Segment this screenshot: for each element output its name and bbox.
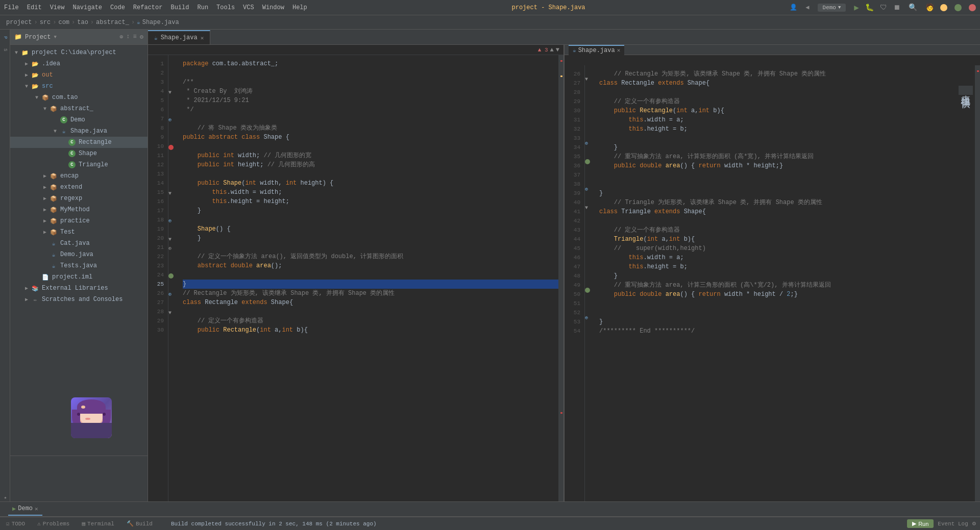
tree-item-idea[interactable]: ▶ 📂 .idea bbox=[10, 58, 148, 69]
breakpoint-9[interactable] bbox=[168, 145, 174, 150]
rfold-27[interactable]: ▼ bbox=[585, 77, 588, 82]
tree-arrow-abstract[interactable]: ▼ bbox=[41, 106, 49, 112]
menu-help[interactable]: Help bbox=[292, 4, 307, 11]
tree-arrow-project[interactable]: ▼ bbox=[12, 50, 20, 56]
editor-scroll-left[interactable]: 1 2 3 4 5 6 7 8 9 10 11 12 13 14 bbox=[148, 55, 564, 501]
tree-arrow-encap[interactable]: ▶ bbox=[41, 173, 49, 179]
code-content-right[interactable]: // Rectangle 为矩形类, 该类继承 Shape 类, 并拥有 Sha… bbox=[595, 65, 975, 501]
structure-icon[interactable]: S bbox=[1, 46, 9, 54]
tree-arrow-mymethod[interactable]: ▶ bbox=[41, 207, 49, 213]
menu-navigate[interactable]: Navigate bbox=[72, 4, 102, 11]
tree-item-mymethod[interactable]: ▶ 📦 MyMethod bbox=[10, 204, 148, 215]
project-dropdown-arrow[interactable]: ▼ bbox=[54, 35, 56, 40]
stop-button[interactable]: ⏹ bbox=[893, 4, 900, 12]
coverage-button[interactable]: 🛡 bbox=[880, 4, 887, 12]
tree-arrow-scratches[interactable]: ▶ bbox=[22, 296, 31, 302]
menu-view[interactable]: View bbox=[50, 4, 65, 11]
fold-27[interactable]: ▼ bbox=[168, 310, 172, 316]
collapse-icon[interactable]: ≡ bbox=[133, 33, 137, 41]
run-tab-demo[interactable]: ▶ Demo ✕ bbox=[8, 503, 42, 516]
right-tab-active[interactable]: ☕ Shape.java ✕ bbox=[569, 45, 624, 55]
run-button-bottom[interactable]: ▶ Run bbox=[907, 519, 934, 528]
tree-item-cat[interactable]: ☕ Cat.java bbox=[10, 238, 148, 249]
tree-arrow-regexp[interactable]: ▶ bbox=[41, 195, 49, 201]
tree-item-demo[interactable]: C Demo bbox=[10, 114, 148, 125]
bottom-tab-terminal[interactable]: ▤ Terminal bbox=[80, 518, 116, 529]
rbreakpoint-green-50[interactable] bbox=[585, 288, 590, 293]
tree-arrow-idea[interactable]: ▶ bbox=[22, 61, 31, 67]
fold-20[interactable]: ⊕ bbox=[168, 245, 172, 251]
right-tab-close[interactable]: ✕ bbox=[617, 47, 621, 54]
menu-code[interactable]: Code bbox=[110, 4, 125, 11]
tree-arrow-ext-lib[interactable]: ▶ bbox=[22, 285, 31, 291]
fold-14[interactable]: ▼ bbox=[168, 191, 172, 196]
tree-item-extend[interactable]: ▶ 📦 extend bbox=[10, 182, 148, 193]
menu-file[interactable]: File bbox=[4, 4, 19, 11]
scrollbar-right[interactable] bbox=[975, 65, 980, 501]
tab-shape-java-left[interactable]: ☕ Shape.java ✕ bbox=[148, 30, 210, 44]
scrollbar-left[interactable] bbox=[558, 55, 564, 501]
bottom-tab-build[interactable]: 🔨 Build bbox=[125, 518, 155, 529]
locate-icon[interactable]: ⊕ bbox=[119, 33, 123, 41]
search-button[interactable]: 🔍 bbox=[909, 3, 917, 12]
menu-build[interactable]: Build bbox=[170, 4, 189, 11]
menu-window[interactable]: Window bbox=[262, 4, 284, 11]
event-log-label[interactable]: Event Log bbox=[938, 521, 968, 527]
tree-item-regexp[interactable]: ▶ 📦 regexp bbox=[10, 193, 148, 204]
back-icon[interactable]: ◀ bbox=[805, 4, 809, 11]
menu-refactor[interactable]: Refactor bbox=[133, 4, 163, 11]
menu-vcs[interactable]: VCS bbox=[243, 4, 254, 11]
nav-down-left[interactable]: ▼ bbox=[556, 46, 559, 54]
menu-bar[interactable]: File Edit View Navigate Code Refactor Bu… bbox=[4, 4, 307, 11]
user-icon[interactable]: 👤 bbox=[790, 4, 797, 11]
breakpoint-green-23[interactable] bbox=[168, 273, 174, 279]
tree-item-abstract[interactable]: ▼ 📦 abstract_ bbox=[10, 103, 148, 114]
tree-item-tests-java[interactable]: ☕ Tests.java bbox=[10, 260, 148, 271]
breadcrumb-file[interactable]: ☕ Shape.java bbox=[137, 19, 179, 26]
breadcrumb-src[interactable]: src bbox=[40, 19, 51, 26]
settings-icon[interactable]: ⚙ bbox=[140, 33, 143, 41]
tree-arrow-shape-java[interactable]: ▼ bbox=[51, 129, 59, 134]
tree-item-rectangle[interactable]: C Rectangle bbox=[10, 137, 148, 148]
bottom-tab-todo[interactable]: ☑ TODO bbox=[4, 518, 27, 529]
tree-arrow-extend[interactable]: ▶ bbox=[41, 184, 49, 190]
rfold-41[interactable]: ▼ bbox=[585, 205, 588, 211]
run-button[interactable]: ▶ bbox=[854, 3, 859, 13]
project-icon[interactable]: P bbox=[1, 34, 9, 42]
close-button[interactable] bbox=[969, 4, 976, 11]
nav-up-left[interactable]: ▲ bbox=[550, 46, 554, 54]
tree-item-src[interactable]: ▼ 📂 src bbox=[10, 81, 148, 92]
user-avatar[interactable]: 🧑 bbox=[925, 3, 934, 12]
tree-item-project-iml[interactable]: 📄 project.iml bbox=[10, 271, 148, 283]
tree-item-project[interactable]: ▼ 📁 project C:\idea\project bbox=[10, 47, 148, 58]
menu-tools[interactable]: Tools bbox=[216, 4, 235, 11]
maximize-button[interactable] bbox=[954, 4, 962, 11]
tree-item-shape[interactable]: C Shape bbox=[10, 148, 148, 159]
tab-close-left[interactable]: ✕ bbox=[201, 35, 204, 41]
tree-item-test[interactable]: ▶ 📦 Test bbox=[10, 226, 148, 238]
tree-item-triangle[interactable]: C Triangle bbox=[10, 159, 148, 170]
fold-3[interactable]: ▼ bbox=[168, 90, 172, 95]
tree-item-ext-lib[interactable]: ▶ 📚 External Libraries bbox=[10, 283, 148, 294]
tree-item-com-tao[interactable]: ▼ 📦 com.tao bbox=[10, 92, 148, 103]
tree-arrow-test[interactable]: ▶ bbox=[41, 229, 49, 235]
fold-19[interactable]: ▼ bbox=[168, 237, 172, 242]
run-config-dropdown[interactable]: Demo ▼ bbox=[818, 4, 846, 12]
tree-arrow-practice[interactable]: ▶ bbox=[41, 218, 49, 224]
tree-arrow-out[interactable]: ▶ bbox=[22, 72, 31, 78]
tree-item-shape-java[interactable]: ▼ ☕ Shape.java bbox=[10, 125, 148, 137]
breadcrumb-abstract[interactable]: abstract_ bbox=[96, 19, 129, 26]
tree-item-out[interactable]: ▶ 📂 out bbox=[10, 69, 148, 81]
code-content-left[interactable]: package com.tao.abstract_; /** * Create … bbox=[179, 55, 558, 501]
editor-scroll-right[interactable]: 26 27 28 29 30 31 32 33 34 35 36 37 38 3… bbox=[565, 65, 980, 501]
tree-item-practice[interactable]: ▶ 📦 practice bbox=[10, 215, 148, 226]
tree-item-encap[interactable]: ▶ 📦 encap bbox=[10, 170, 148, 182]
debug-button[interactable]: 🐛 bbox=[865, 3, 874, 12]
menu-edit[interactable]: Edit bbox=[27, 4, 42, 11]
tree-item-scratches[interactable]: ▶ ✏️ Scratches and Consoles bbox=[10, 294, 148, 305]
breadcrumb-project[interactable]: project bbox=[6, 19, 32, 26]
tree-arrow-com-tao[interactable]: ▼ bbox=[33, 95, 41, 100]
favorites-icon[interactable]: ★ bbox=[1, 493, 9, 501]
run-tab-close[interactable]: ✕ bbox=[35, 506, 38, 512]
minimize-button[interactable] bbox=[940, 4, 947, 11]
